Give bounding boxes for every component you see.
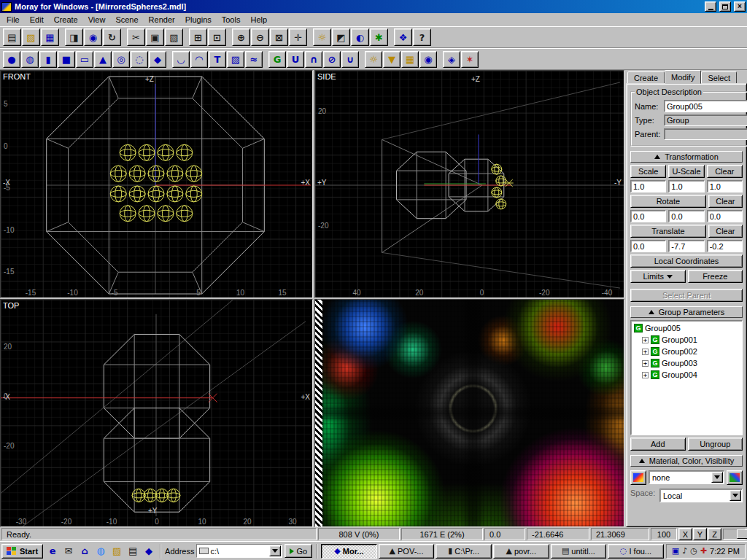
explorer-icon[interactable]: ▨ (109, 545, 124, 558)
name-input[interactable] (664, 100, 747, 112)
clear-scale-button[interactable]: Clear (707, 165, 743, 178)
pan-icon[interactable]: ✛ (289, 28, 307, 46)
translate-z-input[interactable] (707, 240, 743, 252)
material-editor-icon[interactable]: ◐ (351, 28, 369, 46)
close-button[interactable]: × (734, 1, 746, 12)
add-button[interactable]: Add (630, 438, 686, 451)
snap-toggle-icon[interactable]: ⊡ (208, 28, 226, 46)
plugins-icon[interactable]: ❖ (394, 28, 412, 46)
scale-x-input[interactable] (630, 180, 666, 192)
maximize-button[interactable] (719, 1, 731, 12)
spotlight-tool-icon[interactable]: ▼ (383, 51, 400, 68)
menu-item[interactable]: Create (49, 14, 83, 26)
cylinder-tool-icon[interactable]: ▮ (39, 51, 57, 68)
rotate-button[interactable]: Rotate (630, 195, 706, 208)
new-file-icon[interactable]: ▤ (3, 28, 21, 46)
zoom-in-icon[interactable]: ⊕ (232, 28, 250, 46)
translate-button[interactable]: Translate (630, 225, 706, 238)
front-viewport-canvas[interactable] (1, 71, 312, 298)
go-button[interactable]: Go (285, 544, 312, 558)
local-coordinates-button[interactable]: Local Coordinates (630, 254, 743, 268)
zoom-extents-icon[interactable]: ⊠ (270, 28, 288, 46)
ungroup-button[interactable]: Ungroup (688, 438, 743, 451)
app-icon[interactable] (1, 2, 12, 12)
expand-icon[interactable]: + (642, 337, 649, 343)
csg-intersection-icon[interactable]: ∩ (305, 51, 322, 68)
group-parameters-header[interactable]: Group Parameters (630, 306, 743, 318)
material-combo-arrow[interactable] (711, 472, 723, 483)
clear-rotate-button[interactable]: Clear (708, 195, 743, 208)
space-combo[interactable]: Local (659, 489, 743, 502)
grid-toggle-icon[interactable]: ⊞ (189, 28, 207, 46)
tree-item[interactable]: + G Group002 (632, 346, 740, 357)
taskbar-povray-button[interactable]: ▲ POV-... (379, 544, 435, 559)
paste-icon[interactable]: ▧ (165, 28, 183, 46)
blob-tool-icon[interactable]: ◍ (21, 51, 39, 68)
sor-tool-icon[interactable]: ◠ (190, 51, 208, 68)
save-file-icon[interactable]: ▦ (41, 28, 59, 46)
expand-icon[interactable]: + (642, 349, 649, 355)
bezier-tool-icon[interactable]: ≈ (245, 51, 263, 68)
redraw-icon[interactable]: ↻ (103, 28, 121, 46)
address-combo[interactable] (196, 544, 282, 558)
expand-icon[interactable]: + (642, 360, 649, 367)
box-tool-icon[interactable]: ■ (58, 51, 75, 68)
menu-item[interactable]: Tools (217, 14, 246, 26)
freeze-button[interactable]: Freeze (688, 270, 743, 283)
translate-x-input[interactable] (630, 240, 666, 252)
schedule-tray-icon[interactable]: ◷ (690, 547, 697, 555)
render-image[interactable] (322, 300, 624, 526)
arealight-tool-icon[interactable]: ▦ (401, 51, 419, 68)
render-window-icon[interactable]: ◨ (65, 28, 83, 46)
tree-item[interactable]: G Group005 (632, 322, 740, 334)
panel-tab[interactable]: Modify (665, 70, 701, 84)
material-combo[interactable]: none (649, 470, 724, 484)
slider-thumb[interactable] (737, 529, 747, 539)
udo-tool-icon[interactable]: ◈ (443, 51, 460, 68)
panel-tab[interactable]: Create (627, 71, 665, 84)
axis-z-button[interactable]: Z (708, 528, 721, 540)
csg-union-icon[interactable]: U (287, 51, 304, 68)
taskbar-found-button[interactable]: ◌ I fou... (608, 544, 664, 559)
plugin-object-icon[interactable]: ✶ (461, 51, 479, 68)
uscale-button[interactable]: U-Scale (668, 165, 704, 178)
open-file-icon[interactable]: ▨ (22, 28, 40, 46)
axis-x-button[interactable]: X (678, 528, 692, 540)
show-desktop-icon[interactable]: ⌂ (77, 545, 92, 558)
expand-icon[interactable]: + (642, 372, 649, 378)
csg-group-icon[interactable]: G (268, 51, 286, 68)
outlook-express-icon[interactable]: ✉ (61, 545, 76, 558)
taskbar-dos-button[interactable]: ▮ C:\Pr... (436, 544, 492, 559)
menu-item[interactable]: Help (245, 14, 272, 26)
space-combo-arrow[interactable] (729, 490, 741, 501)
camera-tool-icon[interactable]: ◉ (419, 51, 437, 68)
axis-y-button[interactable]: Y (693, 528, 707, 540)
clear-translate-button[interactable]: Clear (708, 225, 743, 238)
material-header[interactable]: Material, Color, Visibility (630, 455, 743, 467)
zoom-out-icon[interactable]: ⊖ (251, 28, 269, 46)
app-tray-icon[interactable]: ✚ (700, 547, 707, 555)
tree-item[interactable]: + G Group003 (632, 357, 740, 369)
rotate-z-input[interactable] (707, 210, 743, 222)
rotate-x-input[interactable] (630, 210, 666, 222)
taskbar-untitled-button[interactable]: ▤ untitl... (551, 544, 607, 559)
material-browse-button[interactable] (630, 470, 646, 485)
scale-z-input[interactable] (707, 180, 743, 192)
pointlight-tool-icon[interactable]: ☼ (365, 51, 382, 68)
display-tray-icon[interactable]: ▣ (672, 547, 679, 555)
minimize-button[interactable] (705, 1, 716, 12)
status-slider[interactable] (723, 529, 746, 540)
disc-tool-icon[interactable]: ◌ (131, 51, 148, 68)
transformation-header[interactable]: Transformation (630, 151, 743, 163)
menu-item[interactable]: File (1, 14, 25, 26)
text-tool-icon[interactable]: T (209, 51, 226, 68)
plane-tool-icon[interactable]: ▭ (76, 51, 93, 68)
menu-item[interactable]: Plugins (180, 14, 217, 26)
side-viewport-canvas[interactable] (315, 71, 624, 298)
taskbar-moray-button[interactable]: ◆ Mor... (321, 544, 377, 559)
csg-merge-icon[interactable]: ∪ (341, 51, 359, 68)
csg-difference-icon[interactable]: ⊘ (323, 51, 341, 68)
menu-item[interactable]: View (83, 14, 111, 26)
notepad-icon[interactable]: ▤ (125, 545, 140, 558)
translate-y-input[interactable] (668, 240, 704, 252)
